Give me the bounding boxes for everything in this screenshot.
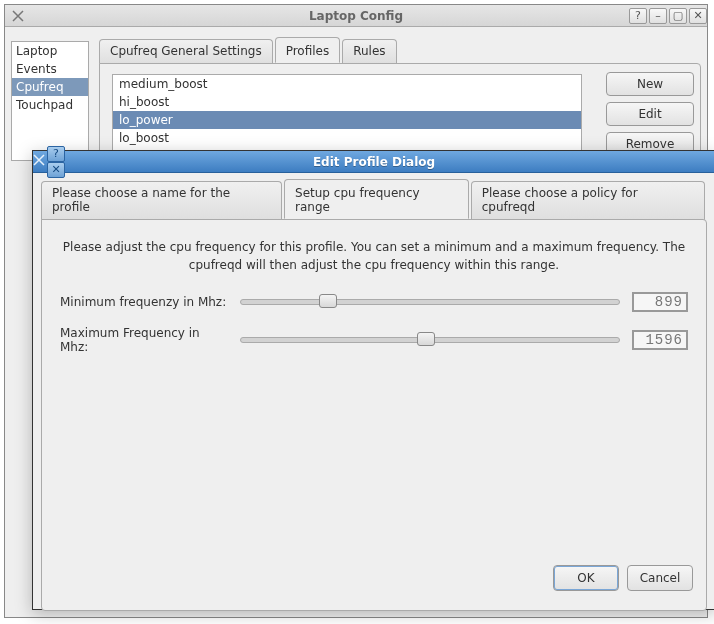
sidebar-item-touchpad[interactable]: Touchpad (12, 96, 88, 114)
dialog-body: Please choose a name for the profile Set… (41, 179, 707, 601)
dialog-tabstrip: Please choose a name for the profile Set… (41, 179, 707, 219)
min-freq-value: 899 (632, 292, 688, 312)
sidebar-item-laptop[interactable]: Laptop (12, 42, 88, 60)
sidebar-item-cpufreq[interactable]: Cpufreq (12, 78, 88, 96)
min-freq-thumb[interactable] (319, 294, 337, 308)
min-freq-row: Minimum frequenzy in Mhz: 899 (60, 292, 688, 312)
dialog-buttons: OK Cancel (553, 565, 693, 591)
min-freq-slider[interactable] (240, 299, 620, 305)
tab-freq-range[interactable]: Setup cpu frequency range (284, 179, 469, 219)
main-title: Laptop Config (5, 9, 707, 23)
list-item[interactable]: hi_boost (113, 93, 581, 111)
tab-profile-name[interactable]: Please choose a name for the profile (41, 181, 282, 221)
tab-profiles[interactable]: Profiles (275, 37, 341, 63)
profile-buttons: New Edit Remove (606, 72, 694, 156)
freq-range-pane: Please adjust the cpu frequency for this… (41, 219, 707, 611)
edit-profile-dialog: Edit Profile Dialog ? ✕ Please choose a … (32, 150, 714, 610)
tab-policy[interactable]: Please choose a policy for cpufreqd (471, 181, 705, 221)
max-freq-thumb[interactable] (417, 332, 435, 346)
freq-range-description: Please adjust the cpu frequency for this… (60, 238, 688, 274)
dialog-title: Edit Profile Dialog (33, 155, 714, 169)
tab-general-settings[interactable]: Cpufreq General Settings (99, 39, 273, 65)
max-freq-row: Maximum Frequency in Mhz: 1596 (60, 326, 688, 354)
tab-rules[interactable]: Rules (342, 39, 396, 65)
sidebar: Laptop Events Cpufreq Touchpad (11, 41, 89, 161)
sidebar-item-events[interactable]: Events (12, 60, 88, 78)
profile-list[interactable]: medium_boost hi_boost lo_power lo_boost (112, 74, 582, 154)
edit-button[interactable]: Edit (606, 102, 694, 126)
max-freq-label: Maximum Frequency in Mhz: (60, 326, 228, 354)
main-tabstrip: Cpufreq General Settings Profiles Rules (99, 37, 701, 63)
max-freq-value: 1596 (632, 330, 688, 350)
dialog-titlebar: Edit Profile Dialog ? ✕ (33, 151, 714, 173)
min-freq-label: Minimum frequenzy in Mhz: (60, 295, 228, 309)
list-item[interactable]: lo_boost (113, 129, 581, 147)
main-titlebar: Laptop Config ? – ▢ ✕ (5, 5, 707, 27)
list-item[interactable]: medium_boost (113, 75, 581, 93)
list-item[interactable]: lo_power (113, 111, 581, 129)
max-freq-slider[interactable] (240, 337, 620, 343)
ok-button[interactable]: OK (553, 565, 619, 591)
new-button[interactable]: New (606, 72, 694, 96)
cancel-button[interactable]: Cancel (627, 565, 693, 591)
